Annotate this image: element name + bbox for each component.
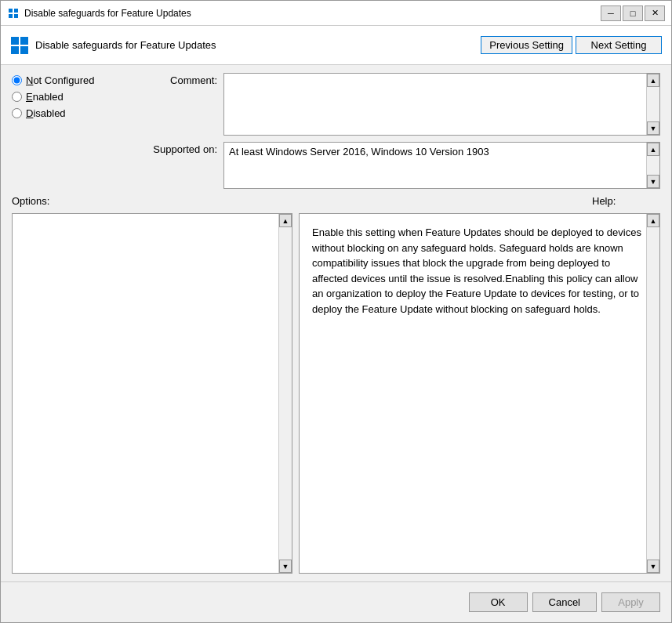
window-icon	[7, 7, 20, 20]
main-window: Disable safeguards for Feature Updates ─…	[0, 0, 672, 623]
disabled-option[interactable]: Disabled	[12, 107, 129, 119]
help-box: ▲ ▼ Enable this setting when Feature Upd…	[299, 213, 660, 574]
svg-rect-7	[20, 46, 28, 54]
supported-scroll-up[interactable]: ▲	[647, 143, 659, 156]
help-scroll-up[interactable]: ▲	[647, 214, 659, 227]
options-scroll-thumb	[279, 227, 292, 560]
comment-scroll-thumb	[647, 87, 659, 121]
minimize-button[interactable]: ─	[601, 5, 621, 21]
window-title: Disable safeguards for Feature Updates	[24, 8, 191, 19]
options-label: Options:	[12, 195, 302, 207]
options-scroll-up[interactable]: ▲	[279, 214, 292, 227]
comment-row: Comment: ▲ ▼	[139, 73, 660, 136]
disabled-label: Disabled	[26, 107, 66, 119]
supported-value: At least Windows Server 2016, Windows 10…	[224, 143, 659, 188]
comment-scrollbar[interactable]: ▲ ▼	[646, 74, 659, 135]
title-controls: ─ □ ✕	[601, 5, 665, 21]
enabled-option[interactable]: Enabled	[12, 91, 129, 103]
svg-rect-3	[14, 14, 18, 18]
options-scroll-down[interactable]: ▼	[279, 560, 292, 573]
supported-scroll-down[interactable]: ▼	[647, 175, 659, 188]
top-section: Not Configured Enabled Disabled	[12, 73, 660, 189]
header-title: Disable safeguards for Feature Updates	[35, 39, 216, 51]
next-setting-button[interactable]: Next Setting	[576, 36, 662, 54]
not-configured-radio[interactable]	[12, 75, 22, 85]
supported-box: ▲ ▼ At least Windows Server 2016, Window…	[223, 142, 660, 189]
radio-group: Not Configured Enabled Disabled	[12, 73, 129, 189]
title-bar-left: Disable safeguards for Feature Updates	[7, 7, 191, 20]
comment-scroll-up[interactable]: ▲	[647, 74, 659, 87]
help-text: Enable this setting when Feature Updates…	[300, 214, 659, 328]
disabled-radio[interactable]	[12, 108, 22, 118]
content-area: Not Configured Enabled Disabled	[1, 65, 671, 581]
footer: OK Cancel Apply	[1, 581, 671, 622]
maximize-button[interactable]: □	[623, 5, 643, 21]
header-buttons: Previous Setting Next Setting	[481, 36, 662, 54]
comment-supported-area: Comment: ▲ ▼ Supported on:	[139, 73, 660, 189]
supported-scrollbar[interactable]: ▲ ▼	[646, 143, 659, 188]
help-scroll-down[interactable]: ▼	[647, 560, 659, 573]
comment-label: Comment:	[139, 73, 217, 86]
svg-rect-1	[14, 9, 18, 13]
not-configured-option[interactable]: Not Configured	[12, 74, 129, 86]
header-title-area: Disable safeguards for Feature Updates	[10, 36, 216, 55]
header-icon	[10, 36, 29, 55]
options-help-labels: Options: Help:	[12, 195, 660, 207]
svg-rect-2	[9, 14, 13, 18]
svg-rect-0	[9, 9, 13, 13]
comment-scroll-down[interactable]: ▼	[647, 121, 659, 135]
svg-rect-5	[20, 37, 28, 45]
options-help-boxes: ▲ ▼ ▲ ▼ Enable this setting when Feature…	[12, 213, 660, 574]
not-configured-label: Not Configured	[26, 74, 94, 86]
svg-rect-4	[11, 37, 19, 45]
help-label: Help:	[592, 195, 660, 207]
previous-setting-button[interactable]: Previous Setting	[481, 36, 572, 54]
enabled-radio[interactable]	[12, 92, 22, 102]
svg-rect-6	[11, 46, 19, 54]
close-button[interactable]: ✕	[645, 5, 665, 21]
options-scrollbar[interactable]: ▲ ▼	[278, 214, 292, 573]
title-bar: Disable safeguards for Feature Updates ─…	[1, 1, 671, 26]
supported-scroll-thumb	[647, 156, 659, 175]
comment-input[interactable]	[224, 74, 659, 135]
supported-row: Supported on: ▲ ▼ At least Windows Serve…	[139, 142, 660, 189]
options-box: ▲ ▼	[12, 213, 292, 574]
cancel-button[interactable]: Cancel	[532, 592, 597, 612]
enabled-label: Enabled	[26, 91, 64, 103]
header-row: Disable safeguards for Feature Updates P…	[1, 26, 671, 65]
help-scroll-thumb	[647, 227, 659, 560]
comment-box: ▲ ▼	[223, 73, 660, 136]
ok-button[interactable]: OK	[469, 592, 528, 612]
supported-label: Supported on:	[139, 142, 217, 155]
apply-button[interactable]: Apply	[601, 592, 660, 612]
help-scrollbar[interactable]: ▲ ▼	[646, 214, 659, 573]
